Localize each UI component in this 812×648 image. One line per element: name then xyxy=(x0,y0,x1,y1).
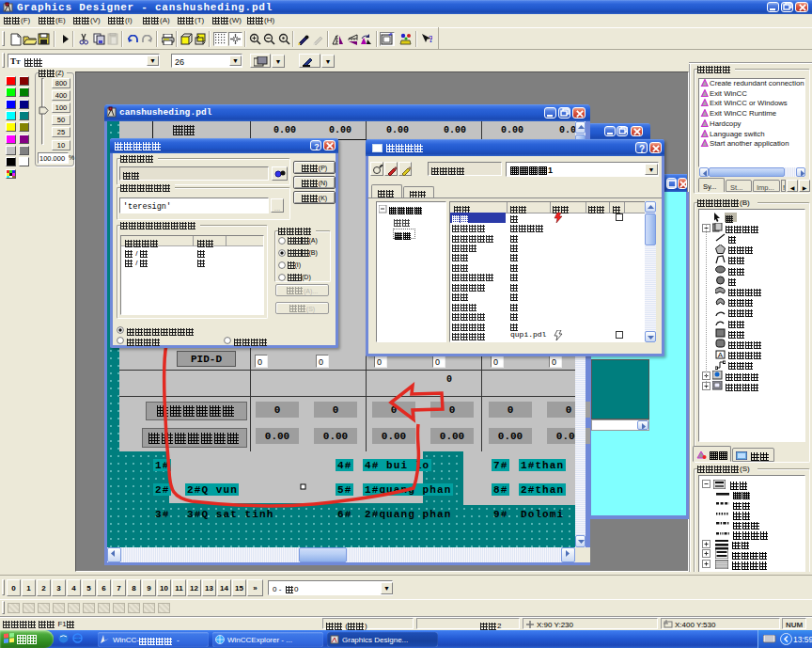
svg-text:?: ? xyxy=(639,144,645,154)
svg-text:?: ? xyxy=(429,33,432,44)
svg-text:?: ? xyxy=(314,142,320,151)
svg-text:A: A xyxy=(718,351,724,359)
svg-text:e: e xyxy=(76,635,80,643)
